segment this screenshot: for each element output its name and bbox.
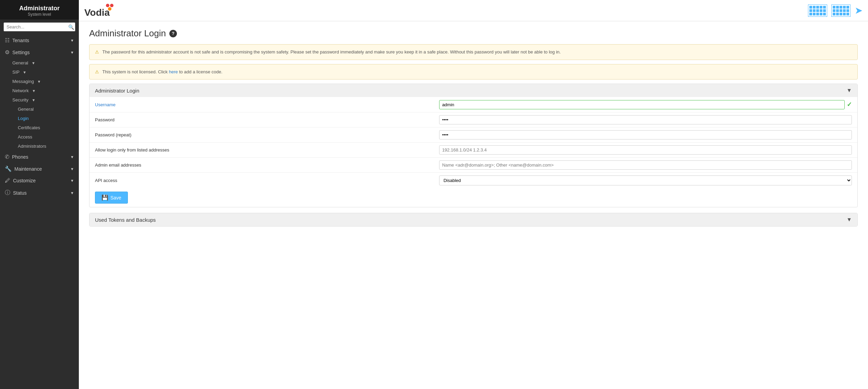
svg-text:Vodia: Vodia (84, 7, 110, 18)
used-tokens-header[interactable]: Used Tokens and Backups ▼ (89, 213, 857, 226)
sidebar-item-tenants[interactable]: ☷ Tenants ▼ (0, 34, 79, 46)
form-row-password: Password (89, 112, 857, 127)
password-warning-text: The password for this administrator acco… (102, 49, 560, 54)
sidebar-item-general[interactable]: General ▼ (0, 58, 79, 68)
api-access-select[interactable]: Disabled Enabled (439, 175, 852, 185)
form-row-allow-login: Allow login only from listed addresses (89, 142, 857, 157)
info-icon: ⓘ (5, 189, 10, 196)
wrench-icon: 🔧 (5, 166, 12, 172)
vodia-logo-svg: Vodia (84, 3, 115, 18)
svg-point-1 (110, 4, 113, 7)
username-control: ✓ (439, 100, 852, 109)
license-warning-text-before: This system is not licensed. Click (102, 69, 169, 74)
chevron-down-icon: ▼ (70, 155, 74, 159)
allow-login-control (439, 145, 852, 155)
username-input[interactable] (439, 100, 845, 109)
license-warning-alert: ⚠ This system is not licensed. Click her… (89, 64, 858, 80)
phone-icon: ✆ (5, 154, 9, 160)
section-title: Administrator Login (95, 88, 139, 94)
admin-login-section: Administrator Login ▼ Username ✓ Passwor… (89, 84, 858, 207)
svg-point-0 (106, 4, 109, 7)
search-button[interactable]: 🔍 (68, 24, 74, 30)
gear-icon: ⚙ (5, 49, 10, 56)
used-tokens-title: Used Tokens and Backups (95, 217, 156, 223)
used-tokens-section: Used Tokens and Backups ▼ (89, 213, 858, 227)
grid-icon-2 (833, 6, 849, 15)
sidebar-item-customize[interactable]: 🖉 Customize ▼ (0, 175, 79, 186)
save-label: Save (110, 195, 121, 200)
page-content: Administrator Login ? ⚠ The password for… (79, 21, 868, 389)
section-collapse-icon: ▼ (846, 87, 852, 94)
username-label: Username (95, 102, 439, 107)
password-label: Password (95, 117, 439, 122)
sidebar-item-settings[interactable]: ⚙ Settings ▼ (0, 46, 79, 58)
admin-subtitle: System level (3, 12, 75, 17)
chevron-down-icon: ▼ (37, 80, 41, 84)
admin-email-input[interactable] (439, 160, 852, 170)
grid-icon: ☷ (5, 37, 10, 44)
valid-check-icon: ✓ (847, 101, 852, 108)
main-content: Vodia ➤ Administrator (79, 0, 868, 389)
admin-email-label: Admin email addresses (95, 162, 439, 168)
page-title-row: Administrator Login ? (89, 28, 858, 39)
sidebar-item-label: Status (13, 190, 27, 196)
chevron-down-icon: ▼ (70, 167, 74, 171)
used-tokens-collapse-icon: ▼ (846, 217, 852, 223)
logo: Vodia (84, 3, 115, 18)
license-link[interactable]: here (169, 69, 178, 74)
sidebar-item-security-access[interactable]: Access (0, 132, 79, 142)
search-input[interactable] (3, 22, 75, 32)
allow-login-label: Allow login only from listed addresses (95, 147, 439, 153)
allow-login-input[interactable] (439, 145, 852, 155)
sidebar: Administrator System level 🔍 ☷ Tenants ▼… (0, 0, 79, 389)
chevron-down-icon: ▼ (32, 89, 36, 93)
paint-icon: 🖉 (5, 178, 10, 184)
chevron-down-icon: ▼ (70, 191, 74, 195)
sidebar-item-label: Tenants (12, 38, 29, 43)
sidebar-item-label: Settings (12, 50, 30, 55)
sidebar-item-label: Phones (12, 154, 28, 160)
password-repeat-label: Password (repeat) (95, 132, 439, 137)
search-bar-container: 🔍 (0, 20, 79, 34)
topbar: Vodia ➤ (79, 0, 868, 21)
chevron-down-icon: ▼ (70, 179, 74, 183)
sidebar-item-status[interactable]: ⓘ Status ▼ (0, 186, 79, 199)
section-header[interactable]: Administrator Login ▼ (89, 84, 857, 97)
grid-view-button-2[interactable] (831, 4, 851, 17)
password-input[interactable] (439, 115, 852, 124)
warning-icon-2: ⚠ (95, 69, 99, 74)
password-repeat-input[interactable] (439, 130, 852, 139)
sidebar-item-label: Customize (13, 178, 36, 183)
section-body: Username ✓ Password Password (repeat) (89, 97, 857, 204)
save-button[interactable]: 💾 Save (95, 192, 128, 204)
sidebar-item-phones[interactable]: ✆ Phones ▼ (0, 151, 79, 163)
form-row-api-access: API access Disabled Enabled (89, 172, 857, 188)
chevron-down-icon: ▼ (23, 70, 26, 74)
admin-title: Administrator (3, 5, 75, 12)
form-row-admin-email: Admin email addresses (89, 157, 857, 172)
sidebar-item-security[interactable]: Security ▼ (0, 95, 79, 105)
chevron-down-icon: ▼ (32, 98, 36, 102)
password-repeat-control (439, 130, 852, 139)
grid-view-button-1[interactable] (808, 4, 827, 17)
admin-email-control (439, 160, 852, 170)
sidebar-header: Administrator System level (0, 0, 79, 20)
sidebar-item-security-login[interactable]: Login (0, 114, 79, 123)
license-warning-text-after: to add a license code. (179, 69, 222, 74)
sidebar-item-security-general[interactable]: General (0, 105, 79, 114)
sidebar-item-security-administrators[interactable]: Administrators (0, 142, 79, 151)
api-access-control: Disabled Enabled (439, 175, 852, 185)
password-control (439, 115, 852, 124)
sidebar-item-maintenance[interactable]: 🔧 Maintenance ▼ (0, 163, 79, 175)
sidebar-item-security-certificates[interactable]: Certificates (0, 123, 79, 132)
sidebar-item-messaging[interactable]: Messaging ▼ (0, 77, 79, 86)
sidebar-item-sip[interactable]: SIP ▼ (0, 68, 79, 77)
chevron-down-icon: ▼ (70, 38, 74, 42)
chevron-down-icon: ▼ (32, 61, 35, 65)
form-row-password-repeat: Password (repeat) (89, 127, 857, 142)
save-icon: 💾 (101, 194, 108, 201)
logout-button[interactable]: ➤ (855, 5, 863, 16)
sidebar-item-network[interactable]: Network ▼ (0, 86, 79, 95)
help-icon[interactable]: ? (169, 30, 177, 37)
warning-icon: ⚠ (95, 49, 99, 54)
